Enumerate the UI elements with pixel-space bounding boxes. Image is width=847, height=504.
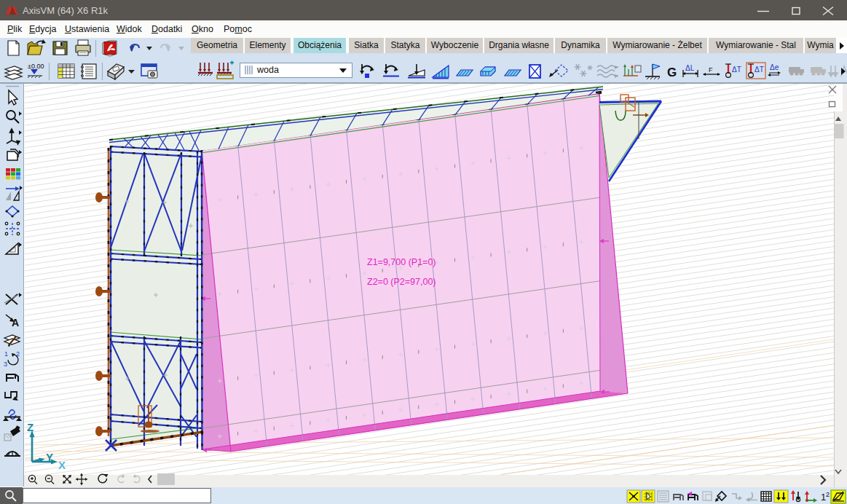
svg-text:1: 1: [4, 350, 8, 358]
svg-text:ΔT: ΔT: [732, 66, 741, 74]
svg-text:ΔL: ΔL: [685, 64, 695, 72]
svg-text:2: 2: [826, 491, 830, 498]
svg-text:F: F: [709, 66, 713, 74]
svg-text:Y: Y: [46, 451, 53, 463]
svg-text:Z1=9,700 (P1=0): Z1=9,700 (P1=0): [367, 257, 436, 267]
svg-text:Δe: Δe: [770, 63, 779, 71]
svg-text:±0.00: ±0.00: [28, 63, 44, 70]
svg-text:A: A: [12, 317, 19, 328]
svg-text:3: 3: [4, 361, 7, 368]
svg-text:G: G: [667, 66, 677, 79]
svg-text:Z2=0 (P2=97,00): Z2=0 (P2=97,00): [367, 277, 436, 287]
svg-text:ΔT: ΔT: [755, 66, 764, 74]
svg-text:X: X: [58, 459, 66, 471]
svg-text:Z: Z: [27, 421, 34, 433]
